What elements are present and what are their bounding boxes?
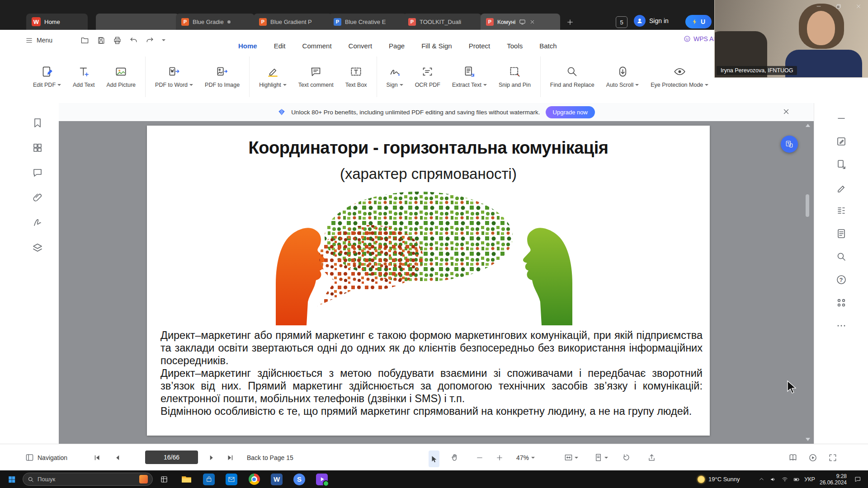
back-to-page-link[interactable]: Back to Page 15 — [247, 444, 293, 471]
collapse-panel-icon[interactable] — [836, 113, 847, 124]
task-view-button[interactable] — [156, 470, 173, 488]
redo-icon[interactable] — [146, 36, 154, 45]
fullscreen-button[interactable] — [828, 444, 837, 471]
print-icon[interactable] — [113, 36, 122, 45]
new-tab-button[interactable] — [564, 16, 576, 28]
blank-tab[interactable] — [96, 14, 179, 30]
language-indicator[interactable]: УКР — [802, 470, 817, 488]
start-button[interactable] — [3, 470, 21, 488]
hand-tool-button[interactable] — [450, 444, 459, 471]
tab-comment[interactable]: Comment — [302, 42, 332, 51]
fit-width-button[interactable] — [564, 444, 578, 471]
tab-doc-4[interactable]: P TOOLKIT_Duali — [403, 14, 481, 30]
export-document-icon[interactable] — [836, 159, 847, 170]
open-folder-icon[interactable] — [80, 36, 89, 45]
tray-volume-button[interactable] — [768, 470, 778, 488]
tab-edit[interactable]: Edit — [274, 42, 286, 51]
minimize-button[interactable] — [809, 0, 829, 13]
tab-fill-sign[interactable]: Fill & Sign — [421, 42, 452, 51]
ocr-pdf-button[interactable]: OCR PDF — [409, 66, 446, 88]
navigation-toggle[interactable]: Navigation — [25, 444, 67, 471]
close-tab-icon[interactable] — [529, 19, 535, 25]
taskbar-app-mail[interactable] — [222, 470, 241, 488]
tab-doc-2[interactable]: P Blue Gradient P — [254, 14, 332, 30]
tab-doc-active[interactable]: P Комуні — [481, 14, 560, 30]
attachments-panel-icon[interactable] — [32, 192, 43, 203]
tab-doc-3[interactable]: P Blue Creative E — [328, 14, 407, 30]
document-viewport[interactable]: Координатори - горизонтальна комунікація… — [59, 121, 814, 444]
page-view-button[interactable] — [594, 444, 608, 471]
snip-and-pin-button[interactable]: Snip and Pin — [493, 66, 537, 88]
more-options-icon[interactable] — [836, 320, 847, 331]
save-icon[interactable] — [97, 36, 105, 45]
autoplay-button[interactable] — [808, 444, 817, 471]
pdf-to-image-button[interactable]: PDF to Image — [199, 66, 245, 88]
share-button[interactable] — [647, 444, 656, 471]
previous-page-button[interactable] — [114, 444, 122, 471]
auto-scroll-button[interactable]: Auto Scroll — [600, 66, 645, 88]
upgrade-now-button[interactable]: Upgrade now — [546, 106, 595, 118]
zoom-in-button[interactable] — [495, 444, 504, 471]
taskbar-app-store[interactable] — [200, 470, 218, 488]
comments-panel-icon[interactable] — [32, 167, 43, 178]
sign-button[interactable]: Sign — [381, 66, 409, 88]
text-box-button[interactable]: Text Box — [340, 66, 373, 88]
find-replace-button[interactable]: Find and Replace — [544, 66, 600, 88]
weather-widget[interactable]: 19°C Sunny — [694, 470, 744, 488]
close-banner-icon[interactable] — [782, 108, 790, 116]
search-panel-icon[interactable] — [836, 251, 847, 262]
window-count-badge[interactable]: 5 — [616, 16, 627, 28]
pdf-to-word-button[interactable]: PDF to Word — [149, 66, 199, 88]
taskbar-app-explorer[interactable] — [177, 470, 195, 488]
page-extract-icon[interactable] — [836, 228, 847, 239]
select-tool-button[interactable] — [429, 450, 439, 467]
scroll-up-arrow[interactable] — [806, 124, 810, 127]
main-menu-button[interactable]: Menu — [25, 30, 52, 51]
taskbar-app-skype[interactable]: S — [290, 470, 308, 488]
edit-pdf-button[interactable]: Edit PDF — [27, 66, 67, 88]
close-window-button[interactable] — [849, 0, 868, 13]
read-mode-button[interactable] — [788, 444, 797, 471]
sign-in-button[interactable]: Sign in — [634, 15, 669, 27]
highlight-button[interactable]: Highlight — [253, 66, 292, 88]
scroll-down-arrow[interactable] — [806, 438, 810, 441]
widgets-icon[interactable] — [836, 297, 847, 308]
layout-columns-icon[interactable] — [836, 205, 847, 216]
tab-convert[interactable]: Convert — [349, 42, 373, 51]
signature-panel-icon[interactable] — [32, 217, 43, 228]
home-tab[interactable]: W Home — [26, 14, 88, 30]
compose-edit-icon[interactable] — [836, 136, 847, 147]
tray-hidden-icons-button[interactable] — [756, 470, 767, 488]
tray-battery-button[interactable] — [791, 470, 802, 488]
upgrade-pill-button[interactable]: U — [685, 15, 712, 28]
clock-widget[interactable]: 9:28 26.06.2024 — [818, 470, 848, 488]
annotate-pen-icon[interactable] — [836, 182, 847, 193]
zoom-level-dropdown[interactable]: 47% — [516, 444, 535, 471]
taskbar-search-box[interactable]: Пошук — [23, 473, 153, 486]
tab-protect[interactable]: Protect — [469, 42, 491, 51]
scrollbar-thumb[interactable] — [806, 194, 809, 217]
wps-ai-button[interactable]: WPS AI — [684, 35, 715, 42]
tab-home[interactable]: Home — [238, 42, 257, 51]
bookmarks-panel-icon[interactable] — [32, 117, 43, 128]
next-page-button[interactable] — [207, 444, 215, 471]
undo-icon[interactable] — [129, 36, 138, 45]
add-text-button[interactable]: Add Text — [67, 66, 100, 88]
quick-access-chevron-icon[interactable] — [162, 39, 165, 41]
layers-panel-icon[interactable] — [32, 243, 43, 253]
action-center-button[interactable] — [850, 470, 865, 488]
tab-tools[interactable]: Tools — [507, 42, 523, 51]
tab-batch[interactable]: Batch — [539, 42, 557, 51]
taskbar-app-word[interactable]: W — [268, 470, 286, 488]
extract-text-button[interactable]: Extract Text — [446, 66, 493, 88]
page-indicator[interactable]: 16/66 — [145, 450, 198, 464]
add-picture-button[interactable]: Add Picture — [100, 66, 142, 88]
taskbar-app-media[interactable] — [313, 470, 331, 488]
taskbar-app-chrome[interactable] — [245, 470, 263, 488]
text-comment-button[interactable]: Text comment — [292, 66, 340, 88]
restore-button[interactable] — [829, 0, 849, 13]
help-button[interactable]: ? — [836, 274, 847, 285]
tab-doc-1[interactable]: P Blue Gradie — [176, 14, 255, 30]
thumbnails-panel-icon[interactable] — [32, 142, 43, 153]
first-page-button[interactable] — [93, 444, 101, 471]
